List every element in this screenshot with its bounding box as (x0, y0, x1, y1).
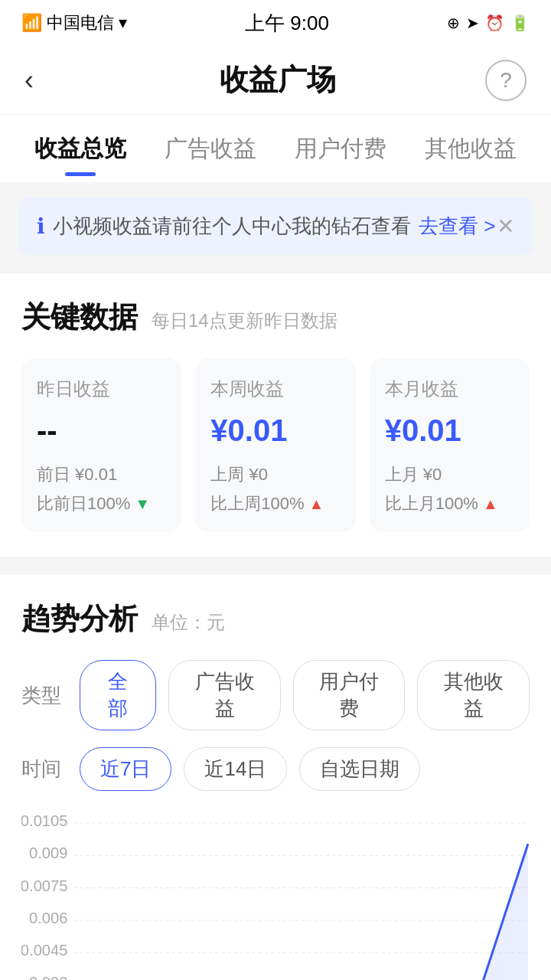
week-prev: 上周 ¥0 (210, 463, 340, 486)
yesterday-card: 昨日收益 -- 前日 ¥0.01 比前日100% ▼ (21, 358, 181, 532)
week-card: 本周收益 ¥0.01 上周 ¥0 比上周100% ▲ (195, 358, 355, 532)
page-title: 收益广场 (220, 60, 336, 100)
yesterday-value: -- (37, 413, 166, 448)
tab-other[interactable]: 其他收益 (406, 115, 536, 182)
svg-marker-16 (73, 844, 528, 980)
svg-text:0.009: 0.009 (29, 844, 67, 861)
trend-unit: 单位：元 (152, 610, 225, 635)
trend-chart: 0.0105 0.009 0.0075 0.006 0.0045 0.003 0… (21, 808, 530, 980)
week-value: ¥0.01 (210, 413, 340, 448)
month-card: 本月收益 ¥0.01 上月 ¥0 比上月100% ▲ (370, 358, 530, 532)
month-prev: 上月 ¥0 (385, 463, 514, 486)
help-button[interactable]: ? (485, 60, 527, 101)
type-filter-ad[interactable]: 广告收益 (168, 660, 281, 730)
tab-bar: 收益总览 广告收益 用户付费 其他收益 (0, 115, 551, 182)
banner-text: 小视频收益请前往个人中心我的钻石查看 (53, 213, 411, 240)
info-banner: ℹ 小视频收益请前往个人中心我的钻石查看 去查看 > ✕ (18, 198, 533, 255)
up-arrow-icon-2: ▲ (483, 495, 498, 513)
trend-header: 趋势分析 单位：元 (21, 599, 530, 639)
type-filter-user[interactable]: 用户付费 (293, 660, 406, 730)
week-label: 本周收益 (210, 377, 340, 401)
signal-icon: 📶 (21, 13, 42, 33)
tab-ad[interactable]: 广告收益 (145, 115, 276, 182)
location-icon: ⊕ (447, 14, 460, 32)
time-filter-7d[interactable]: 近7日 (80, 747, 171, 791)
type-filter-label: 类型 (21, 682, 67, 709)
up-arrow-icon: ▲ (309, 495, 324, 513)
back-button[interactable]: ‹ (24, 64, 70, 96)
key-data-section: 关键数据 每日14点更新昨日数据 昨日收益 -- 前日 ¥0.01 比前日100… (0, 273, 551, 557)
tab-user[interactable]: 用户付费 (276, 115, 406, 182)
banner-link[interactable]: 去查看 > (419, 213, 495, 240)
key-data-title: 关键数据 (21, 298, 138, 337)
time-filter-label: 时间 (21, 756, 67, 782)
alarm-icon: ⏰ (485, 14, 504, 32)
svg-text:0.0105: 0.0105 (21, 812, 67, 829)
month-label: 本月收益 (385, 377, 514, 401)
time-filter-row: 时间 近7日 近14日 自选日期 (21, 747, 530, 791)
status-bar: 📶 中国电信 ▾ 上午 9:00 ⊕ ➤ ⏰ 🔋 (0, 0, 551, 46)
trend-title: 趋势分析 (21, 599, 138, 639)
down-arrow-icon: ▼ (135, 495, 150, 513)
time-filter-custom[interactable]: 自选日期 (299, 747, 420, 791)
status-icons: ⊕ ➤ ⏰ 🔋 (447, 14, 530, 32)
month-value: ¥0.01 (385, 413, 514, 448)
chart-svg: 0.0105 0.009 0.0075 0.006 0.0045 0.003 0… (21, 808, 530, 980)
type-filter-all[interactable]: 全部 (80, 660, 156, 730)
nav-bar: ‹ 收益广场 ? (0, 46, 551, 115)
status-time: 上午 9:00 (245, 10, 329, 37)
svg-text:0.006: 0.006 (29, 910, 67, 926)
yesterday-label: 昨日收益 (37, 377, 166, 401)
battery-icon: 🔋 (510, 14, 530, 32)
status-carrier: 📶 中国电信 ▾ (21, 11, 127, 34)
key-data-header: 关键数据 每日14点更新昨日数据 (21, 298, 530, 337)
week-change: 比上周100% ▲ (210, 492, 340, 515)
cards-row: 昨日收益 -- 前日 ¥0.01 比前日100% ▼ 本周收益 ¥0.01 上周… (21, 358, 530, 532)
nav-icon: ➤ (466, 14, 479, 32)
info-icon: ℹ (37, 214, 45, 239)
yesterday-prev: 前日 ¥0.01 (37, 463, 166, 486)
time-filter-14d[interactable]: 近14日 (184, 747, 287, 791)
yesterday-change: 比前日100% ▼ (37, 492, 166, 515)
svg-text:0.0045: 0.0045 (21, 942, 67, 959)
wifi-icon: ▾ (119, 13, 127, 33)
tab-overview[interactable]: 收益总览 (15, 115, 145, 182)
trend-section: 趋势分析 单位：元 类型 全部 广告收益 用户付费 其他收益 时间 近7日 近1… (0, 575, 551, 980)
type-filter-row: 类型 全部 广告收益 用户付费 其他收益 (21, 660, 530, 730)
type-filter-other[interactable]: 其他收益 (417, 660, 530, 730)
svg-text:0.0075: 0.0075 (21, 877, 67, 894)
banner-close-button[interactable]: ✕ (497, 214, 514, 239)
svg-text:0.003: 0.003 (29, 974, 67, 980)
key-data-subtitle: 每日14点更新昨日数据 (152, 309, 337, 333)
month-change: 比上月100% ▲ (385, 492, 514, 515)
